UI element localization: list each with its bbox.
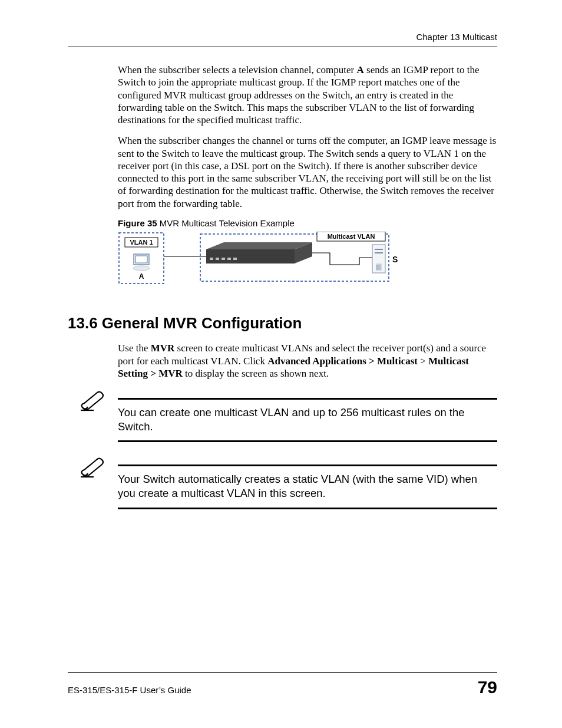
svg-rect-12 [227, 258, 231, 260]
header-chapter-label: Chapter 13 Multicast [68, 32, 497, 42]
paragraph-1-bold: A [357, 64, 364, 75]
svg-marker-6 [206, 242, 312, 249]
section-body-mid2: > [418, 355, 428, 367]
figure-number: Figure 35 [118, 218, 157, 228]
section-body-pre: Use the [118, 342, 151, 354]
note-block-1: You can create one multicast VLAN and up… [68, 398, 497, 442]
note-rule-top-1 [118, 398, 497, 400]
figure-title: MVR Multicast Television Example [157, 218, 295, 228]
svg-rect-9 [210, 258, 213, 260]
multicast-vlan-label: Multicast VLAN [328, 233, 375, 240]
note-rule-bottom-1 [118, 440, 497, 442]
svg-rect-10 [216, 258, 219, 260]
section-body-b1: MVR [151, 342, 175, 354]
note-rule-top-2 [118, 465, 497, 466]
header-rule [68, 47, 497, 47]
paragraph-1-pre: When the subscriber selects a television… [118, 64, 357, 75]
section-heading: 13.6 General MVR Configuration [68, 314, 497, 332]
figure-diagram: VLAN 1 A Multicast VLAN [118, 232, 497, 291]
svg-rect-13 [233, 258, 237, 260]
footer-page-number: 79 [478, 677, 497, 697]
section-body: Use the MVR screen to create multicast V… [118, 342, 497, 380]
svg-rect-11 [222, 258, 225, 260]
page: Chapter 13 Multicast When the subscriber… [0, 0, 562, 728]
server-s-label: S [392, 255, 398, 264]
note-pencil-icon [68, 389, 118, 413]
section-body-post: to display the screen as shown next. [183, 368, 329, 379]
paragraph-2: When the subscriber changes the channel … [118, 134, 497, 210]
svg-point-4 [133, 266, 150, 271]
figure-caption: Figure 35 MVR Multicast Television Examp… [118, 218, 497, 228]
footer-rule [68, 672, 497, 673]
note-text-2: Your Switch automatically creates a stat… [118, 472, 497, 500]
note-text-1: You can create one multicast VLAN and up… [118, 406, 497, 433]
footer-guide-label: ES-315/ES-315-F User’s Guide [68, 685, 191, 695]
footer: ES-315/ES-315-F User’s Guide 79 [68, 672, 497, 697]
svg-rect-7 [206, 249, 295, 263]
section-body-b2: Advanced Applications > Multicast [267, 355, 418, 367]
computer-a-label: A [139, 272, 144, 281]
note-block-2: Your Switch automatically creates a stat… [68, 465, 497, 509]
note-rule-bottom-2 [118, 508, 497, 509]
svg-rect-3 [135, 256, 147, 263]
vlan1-label: VLAN 1 [130, 239, 153, 246]
paragraph-1: When the subscriber selects a television… [118, 64, 497, 126]
note-pencil-icon [68, 456, 118, 479]
